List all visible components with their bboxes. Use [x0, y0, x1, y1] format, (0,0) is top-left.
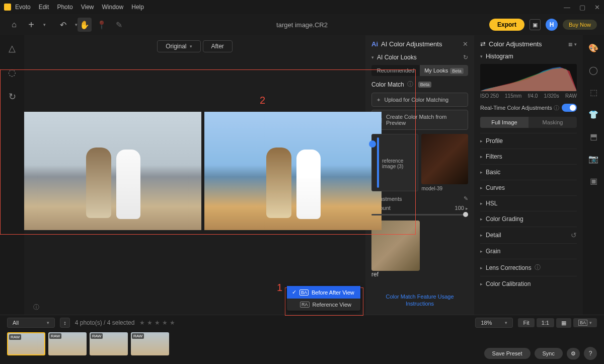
add-icon[interactable]: + [24, 18, 38, 32]
user-avatar[interactable]: H [546, 19, 558, 31]
model-thumb[interactable]: model-39 [421, 134, 468, 191]
focal-value: 115mm [505, 93, 521, 99]
instructions-link[interactable]: Color Match Feature Usage Instructions [386, 294, 454, 307]
camera-icon[interactable]: 📷 [588, 153, 599, 164]
check-icon: ✓ [292, 289, 296, 296]
close-panel-icon[interactable]: ✕ [463, 40, 468, 48]
aperture-value: f/4.0 [528, 93, 538, 99]
gear-icon[interactable]: ⚙ [567, 348, 580, 359]
create-color-match-button[interactable]: ⬚Create Color Match from Preview [371, 110, 468, 130]
ai-panel-title: AI Color Adjustments [381, 40, 442, 48]
one-to-one-button[interactable]: 1:1 [537, 318, 554, 327]
maximize-icon[interactable]: ▢ [579, 4, 585, 11]
menu-view[interactable]: View [81, 4, 94, 11]
section-profile[interactable]: ▸Profile [480, 133, 577, 149]
info-icon[interactable]: ⓘ [554, 105, 559, 111]
history-icon[interactable]: ↻ [6, 91, 18, 103]
triangle-tool-icon[interactable]: △ [6, 42, 18, 54]
reference-view-item[interactable]: RAReference View [287, 299, 360, 311]
menu-help[interactable]: Help [131, 4, 144, 11]
section-color-calibration[interactable]: ▸Color Calibration [480, 276, 577, 292]
export-button[interactable]: Export [489, 19, 524, 31]
filter-dropdown[interactable]: All▾ [7, 318, 55, 328]
rating-stars[interactable]: ★★★★★ [139, 319, 175, 326]
buy-now-button[interactable]: Buy Now [563, 20, 597, 30]
app-logo-icon [4, 4, 11, 11]
save-icon[interactable]: ▣ [530, 19, 541, 30]
sync-button[interactable]: Sync [535, 348, 563, 359]
ai-icon: Ai [371, 40, 378, 48]
pin-icon[interactable]: 📍 [95, 18, 109, 32]
plus-icon: + [377, 97, 380, 103]
color-panel-title: Color Adjustments [489, 40, 542, 48]
reset-icon[interactable]: ↺ [571, 231, 577, 239]
menu-edit[interactable]: Edit [39, 4, 49, 11]
original-tab[interactable]: Original▾ [157, 40, 200, 52]
filmstrip-thumb[interactable]: RAW [90, 332, 128, 355]
section-grain[interactable]: ▸Grain [480, 243, 577, 259]
section-color-grading[interactable]: ▸Color Grading [480, 211, 577, 227]
home-icon[interactable]: ⌂ [7, 18, 21, 32]
histogram-label: Histogram [486, 53, 513, 60]
section-lens-corrections[interactable]: ▸Lens Corrections ⓘ [480, 259, 577, 276]
save-preset-button[interactable]: Save Preset [484, 348, 531, 359]
recommended-tab[interactable]: Recommended [371, 65, 420, 76]
color-adjustments-panel: ⇄Color Adjustments▦ ▾ ▾Histogram ISO 250… [474, 35, 583, 315]
photo-count: 4 photo(s) / 4 selected [75, 319, 135, 326]
dotted-circle-icon[interactable]: ◌ [6, 66, 18, 79]
annotation-1: 1 [277, 282, 282, 294]
minimize-icon[interactable]: — [564, 4, 570, 11]
filmstrip-thumb[interactable]: RAW [131, 332, 169, 355]
format-badge: RAW [565, 93, 577, 99]
ai-color-looks-label[interactable]: AI Color Looks [377, 54, 417, 61]
crop-icon[interactable]: ⬒ [588, 131, 599, 142]
hand-tool-icon[interactable]: ✋ [78, 18, 92, 32]
realtime-toggle[interactable] [562, 104, 577, 112]
compare-view-dropdown[interactable]: BA▾ [573, 318, 597, 327]
left-toolbar: △ ◌ ↻ [0, 35, 24, 315]
undo-icon[interactable]: ↶ [56, 18, 70, 32]
brush-icon[interactable]: ✎ [112, 18, 126, 32]
upload-color-match-button[interactable]: +Upload for Color Matching [371, 93, 468, 107]
info-icon[interactable]: ⓘ [407, 80, 413, 89]
info-icon[interactable]: ⓘ [33, 303, 39, 312]
face-icon[interactable]: ◯ [588, 64, 599, 76]
my-looks-tab[interactable]: My LooksBeta [420, 65, 468, 76]
edit-icon[interactable]: ✎ [464, 195, 468, 202]
preview-after-image[interactable] [204, 112, 382, 230]
menu-window[interactable]: Window [102, 4, 124, 11]
full-image-tab[interactable]: Full Image [480, 117, 528, 128]
reference-thumb[interactable]: reference image (3) [371, 134, 418, 191]
filmstrip-thumb[interactable]: RAW [48, 332, 87, 355]
grid-view-icon[interactable]: ▦ [556, 318, 571, 328]
info-icon[interactable]: ⓘ [535, 263, 541, 272]
help-icon[interactable]: ? [584, 347, 597, 360]
annotation-2: 2 [260, 95, 265, 106]
selected-ring-icon [369, 140, 376, 148]
preview-original-image[interactable] [24, 112, 201, 230]
section-filters[interactable]: ▸Filters [480, 149, 577, 164]
close-window-icon[interactable]: ✕ [594, 4, 600, 11]
menu-evoto[interactable]: Evoto [15, 4, 31, 11]
section-hsl[interactable]: ▸HSL [480, 195, 577, 211]
section-basic[interactable]: ▸Basic [480, 164, 577, 180]
title-bar: Evoto Edit Photo View Window Help — ▢ ✕ [0, 0, 604, 14]
section-curves[interactable]: ▸Curves [480, 180, 577, 195]
sort-icon[interactable]: ↕ [60, 318, 70, 328]
body-icon[interactable]: ⬚ [588, 87, 599, 98]
clothes-icon[interactable]: 👕 [588, 109, 599, 120]
before-after-view-item[interactable]: ✓BABefore After View [287, 286, 360, 299]
fit-button[interactable]: Fit [518, 318, 534, 327]
masking-tab[interactable]: Masking [528, 117, 577, 128]
palette-icon[interactable]: 🎨 [588, 42, 599, 53]
zoom-dropdown[interactable]: 18%▾ [475, 318, 513, 328]
filmstrip-thumb[interactable]: RAW [7, 332, 45, 355]
menu-photo[interactable]: Photo [57, 4, 72, 11]
after-tab[interactable]: After [203, 40, 233, 52]
amount-slider[interactable] [371, 214, 468, 215]
section-detail[interactable]: ▸Detail↺ [480, 227, 577, 243]
panel-options-icon[interactable]: ▦ ▾ [568, 42, 577, 47]
refresh-icon[interactable]: ↻ [463, 54, 468, 61]
layers-icon[interactable]: ▣ [588, 175, 599, 186]
chevron-down-icon[interactable]: ▾ [43, 22, 46, 27]
